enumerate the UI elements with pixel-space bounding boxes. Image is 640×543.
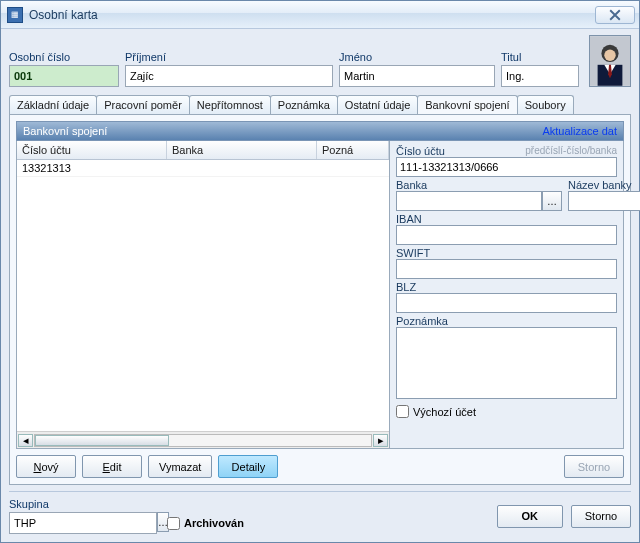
edit-button-rest: dit xyxy=(110,461,122,473)
detail-account-hint: předčíslí-číslo/banka xyxy=(525,145,617,157)
details-button[interactable]: Detaily xyxy=(218,455,278,478)
close-button[interactable] xyxy=(595,6,635,24)
name-field[interactable] xyxy=(339,65,495,87)
archived-label: Archivován xyxy=(184,517,244,529)
detail-note-label: Poznámka xyxy=(396,315,617,327)
name-label: Jméno xyxy=(339,51,495,63)
scroll-thumb[interactable] xyxy=(35,435,169,446)
app-icon: ▦ xyxy=(7,7,23,23)
new-button[interactable]: Nový xyxy=(16,455,76,478)
detail-bankname-field[interactable] xyxy=(568,191,640,211)
accounts-grid: Číslo účtu Banka Pozná 13321313 ◂ xyxy=(16,141,390,449)
titlebar: ▦ Osobní karta xyxy=(1,1,639,29)
group-field[interactable] xyxy=(9,512,157,534)
tab-panel-banking: Bankovní spojení Aktualizace dat Číslo ú… xyxy=(9,114,631,485)
dialog-footer: Skupina … Archivován OK Storno xyxy=(9,491,631,534)
col-account[interactable]: Číslo účtu xyxy=(17,141,167,159)
delete-button[interactable]: Vymazat xyxy=(148,455,212,478)
detail-pane: Číslo účtu předčíslí-číslo/banka Banka … xyxy=(390,141,624,449)
detail-bankname-label: Název banky xyxy=(568,179,640,191)
detail-account-label: Číslo účtu xyxy=(396,145,445,157)
group-label: Skupina xyxy=(9,498,159,510)
edit-button[interactable]: Edit xyxy=(82,455,142,478)
person-photo xyxy=(589,35,631,87)
tab-employment[interactable]: Pracovní poměr xyxy=(96,95,190,114)
detail-blz-field[interactable] xyxy=(396,293,617,313)
grid-body[interactable]: 13321313 xyxy=(17,160,389,431)
refresh-link[interactable]: Aktualizace dat xyxy=(542,125,617,137)
tab-basic[interactable]: Základní údaje xyxy=(9,95,97,114)
id-label: Osobní číslo xyxy=(9,51,119,63)
tab-files[interactable]: Soubory xyxy=(517,95,574,114)
storno-button-inner[interactable]: Storno xyxy=(564,455,624,478)
tab-absence[interactable]: Nepřítomnost xyxy=(189,95,271,114)
title-field[interactable] xyxy=(501,65,579,87)
tabs: Základní údaje Pracovní poměr Nepřítomno… xyxy=(9,95,631,114)
detail-swift-field[interactable] xyxy=(396,259,617,279)
scroll-left-icon[interactable]: ◂ xyxy=(18,434,33,447)
id-field[interactable] xyxy=(9,65,119,87)
detail-iban-label: IBAN xyxy=(396,213,617,225)
default-account-label: Výchozí účet xyxy=(413,406,476,418)
table-row[interactable]: 13321313 xyxy=(17,160,389,177)
surname-label: Příjmení xyxy=(125,51,333,63)
window-title: Osobní karta xyxy=(29,8,98,22)
svg-point-2 xyxy=(604,50,615,61)
bank-lookup-button[interactable]: … xyxy=(542,191,562,211)
archived-checkbox[interactable] xyxy=(167,517,180,530)
title-label: Titul xyxy=(501,51,579,63)
tab-other[interactable]: Ostatní údaje xyxy=(337,95,418,114)
surname-field[interactable] xyxy=(125,65,333,87)
col-bank[interactable]: Banka xyxy=(167,141,317,159)
cell-account: 13321313 xyxy=(17,161,167,175)
tab-note[interactable]: Poznámka xyxy=(270,95,338,114)
ok-button[interactable]: OK xyxy=(497,505,564,528)
tab-banking[interactable]: Bankovní spojení xyxy=(417,95,517,114)
detail-swift-label: SWIFT xyxy=(396,247,617,259)
panel-header: Bankovní spojení Aktualizace dat xyxy=(16,121,624,141)
dialog-window: ▦ Osobní karta Osobní číslo Příjmení Jmé… xyxy=(0,0,640,543)
cell-note xyxy=(317,167,389,169)
scroll-right-icon[interactable]: ▸ xyxy=(373,434,388,447)
detail-account-field[interactable] xyxy=(396,157,617,177)
detail-iban-field[interactable] xyxy=(396,225,617,245)
new-button-rest: ový xyxy=(41,461,58,473)
detail-blz-label: BLZ xyxy=(396,281,617,293)
close-icon xyxy=(609,9,621,21)
cell-bank xyxy=(167,167,317,169)
detail-bank-label: Banka xyxy=(396,179,562,191)
detail-note-field[interactable] xyxy=(396,327,617,399)
avatar-icon xyxy=(590,35,630,87)
horizontal-scrollbar[interactable]: ◂ ▸ xyxy=(17,431,389,448)
person-header: Osobní číslo Příjmení Jméno Titul xyxy=(9,35,631,87)
default-account-checkbox[interactable] xyxy=(396,405,409,418)
storno-button[interactable]: Storno xyxy=(571,505,631,528)
col-note[interactable]: Pozná xyxy=(317,141,389,159)
edit-button-accel: E xyxy=(103,461,110,473)
panel-title: Bankovní spojení xyxy=(23,125,107,137)
detail-bank-field[interactable] xyxy=(396,191,542,211)
